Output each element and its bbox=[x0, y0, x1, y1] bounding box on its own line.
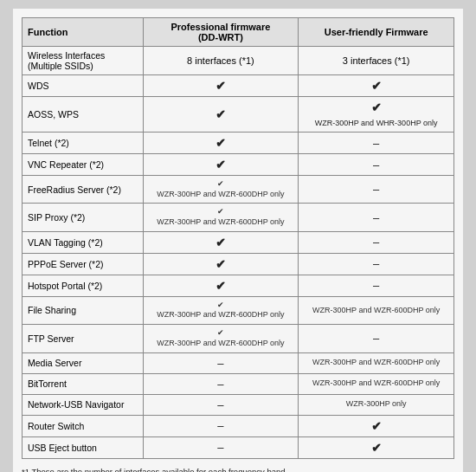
table-row: USB Eject button – ✔ bbox=[23, 436, 454, 458]
pro-cell: ✔ bbox=[143, 275, 299, 296]
func-cell: BitTorrent bbox=[23, 373, 144, 394]
pro-cell: ✔ bbox=[143, 97, 299, 133]
user-cell: ✔WZR-300HP and WHR-300HP only bbox=[299, 97, 454, 133]
func-cell: Wireless Interfaces(Multiple SSIDs) bbox=[23, 47, 144, 75]
user-cell: – bbox=[299, 204, 454, 231]
func-cell: WDS bbox=[23, 75, 144, 97]
main-page: Function Professional firmware(DD-WRT) U… bbox=[13, 9, 463, 472]
table-row: Router Switch – ✔ bbox=[23, 415, 454, 436]
footnotes: *1 These are the number of interfaces av… bbox=[22, 466, 454, 473]
user-cell: – bbox=[299, 154, 454, 176]
pro-cell: – bbox=[143, 352, 299, 373]
user-cell: WZR-300HP and WZR-600DHP only bbox=[299, 296, 454, 324]
pro-cell: ✔ bbox=[143, 154, 299, 176]
user-cell: WZR-300HP and WZR-600DHP only bbox=[299, 352, 454, 373]
table-row: Hotspot Portal (*2) ✔ – bbox=[23, 275, 454, 296]
user-cell: – bbox=[299, 176, 454, 204]
func-cell: Media Server bbox=[23, 352, 144, 373]
footnote-1: *1 These are the number of interfaces av… bbox=[22, 466, 454, 473]
func-cell: File Sharing bbox=[23, 296, 144, 324]
pro-cell: ✔WZR-300HP and WZR-600DHP only bbox=[143, 176, 299, 204]
user-cell: WZR-300HP only bbox=[299, 394, 454, 415]
func-cell: Router Switch bbox=[23, 415, 144, 436]
func-cell: AOSS, WPS bbox=[23, 97, 144, 133]
func-cell: FreeRadius Server (*2) bbox=[23, 176, 144, 204]
func-cell: PPPoE Server (*2) bbox=[23, 253, 144, 275]
func-cell: VNC Repeater (*2) bbox=[23, 154, 144, 176]
table-row: VNC Repeater (*2) ✔ – bbox=[23, 154, 454, 176]
user-cell: – bbox=[299, 275, 454, 296]
user-cell: ✔ bbox=[299, 75, 454, 97]
comparison-table: Function Professional firmware(DD-WRT) U… bbox=[22, 17, 454, 459]
table-row: WDS ✔ ✔ bbox=[23, 75, 454, 97]
table-row: FTP Server ✔WZR-300HP and WZR-600DHP onl… bbox=[23, 325, 454, 352]
pro-cell: ✔ bbox=[143, 231, 299, 253]
pro-cell: ✔WZR-300HP and WZR-600DHP only bbox=[143, 204, 299, 231]
pro-cell: ✔ bbox=[143, 133, 299, 154]
func-cell: Telnet (*2) bbox=[23, 133, 144, 154]
user-cell: ✔ bbox=[299, 436, 454, 458]
func-cell: Hotspot Portal (*2) bbox=[23, 275, 144, 296]
func-cell: SIP Proxy (*2) bbox=[23, 204, 144, 231]
pro-cell: ✔WZR-300HP and WZR-600DHP only bbox=[143, 325, 299, 352]
table-row: SIP Proxy (*2) ✔WZR-300HP and WZR-600DHP… bbox=[23, 204, 454, 231]
user-cell: ✔ bbox=[299, 415, 454, 436]
table-row: AOSS, WPS ✔ ✔WZR-300HP and WHR-300HP onl… bbox=[23, 97, 454, 133]
pro-cell: ✔WZR-300HP and WZR-600DHP only bbox=[143, 296, 299, 324]
pro-cell: ✔ bbox=[143, 75, 299, 97]
header-function: Function bbox=[23, 18, 144, 47]
table-row: PPPoE Server (*2) ✔ – bbox=[23, 253, 454, 275]
pro-cell: ✔ bbox=[143, 253, 299, 275]
user-cell: 3 interfaces (*1) bbox=[299, 47, 454, 75]
table-row: Media Server – WZR-300HP and WZR-600DHP … bbox=[23, 352, 454, 373]
pro-cell: – bbox=[143, 373, 299, 394]
user-cell: – bbox=[299, 133, 454, 154]
pro-cell: – bbox=[143, 415, 299, 436]
pro-cell: – bbox=[143, 436, 299, 458]
table-row: VLAN Tagging (*2) ✔ – bbox=[23, 231, 454, 253]
user-cell: – bbox=[299, 231, 454, 253]
pro-cell: 8 interfaces (*1) bbox=[143, 47, 299, 75]
func-cell: FTP Server bbox=[23, 325, 144, 352]
pro-cell: – bbox=[143, 394, 299, 415]
user-cell: – bbox=[299, 253, 454, 275]
table-row: BitTorrent – WZR-300HP and WZR-600DHP on… bbox=[23, 373, 454, 394]
table-row: Network-USB Navigator – WZR-300HP only bbox=[23, 394, 454, 415]
table-row: File Sharing ✔WZR-300HP and WZR-600DHP o… bbox=[23, 296, 454, 324]
func-cell: Network-USB Navigator bbox=[23, 394, 144, 415]
table-row: FreeRadius Server (*2) ✔WZR-300HP and WZ… bbox=[23, 176, 454, 204]
user-cell: WZR-300HP and WZR-600DHP only bbox=[299, 373, 454, 394]
user-cell: – bbox=[299, 325, 454, 352]
header-pro: Professional firmware(DD-WRT) bbox=[143, 18, 299, 47]
func-cell: VLAN Tagging (*2) bbox=[23, 231, 144, 253]
header-user: User-friendly Firmware bbox=[299, 18, 454, 47]
table-row: Telnet (*2) ✔ – bbox=[23, 133, 454, 154]
func-cell: USB Eject button bbox=[23, 436, 144, 458]
table-row: Wireless Interfaces(Multiple SSIDs) 8 in… bbox=[23, 47, 454, 75]
